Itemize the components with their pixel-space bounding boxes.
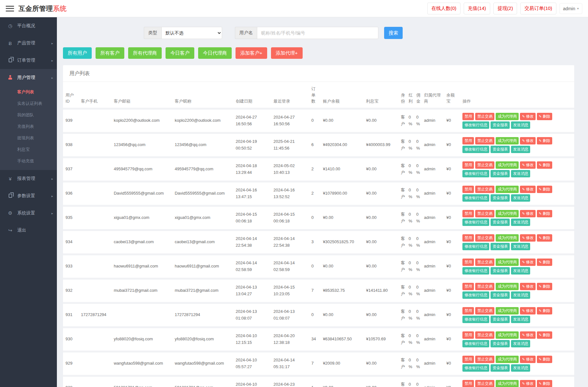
add-agent-button[interactable]: 添加代理+	[271, 47, 303, 59]
send-message-button[interactable]: 发送消息	[511, 316, 530, 323]
fund-report-button[interactable]: 资金报表	[491, 340, 510, 347]
send-message-button[interactable]: 发送消息	[511, 291, 530, 299]
disable-button[interactable]: 禁用	[462, 161, 474, 169]
edit-bank-button[interactable]: 修改银行信息	[462, 194, 489, 202]
fund-report-button[interactable]: 资金报表	[491, 291, 510, 299]
send-message-button[interactable]: 发送消息	[511, 194, 530, 202]
delete-button[interactable]: 删除	[537, 356, 552, 363]
today-customers-button[interactable]: 今日客户	[166, 47, 194, 59]
send-message-button[interactable]: 发送消息	[511, 170, 530, 177]
become-agent-button[interactable]: 成为代理商	[496, 307, 519, 314]
edit-button[interactable]: 修改	[520, 307, 535, 314]
ban-trade-button[interactable]: 禁止交易	[475, 137, 494, 144]
sidebar-item-logout[interactable]: ↪ 退出	[0, 222, 57, 239]
menu-toggle-icon[interactable]	[6, 6, 14, 12]
fund-report-button[interactable]: 资金报表	[491, 170, 510, 177]
sidebar-subitem-interest[interactable]: 利息宝	[0, 144, 57, 155]
edit-bank-button[interactable]: 修改银行信息	[462, 267, 489, 275]
edit-bank-button[interactable]: 修改银行信息	[462, 316, 489, 323]
delete-button[interactable]: 删除	[537, 113, 552, 120]
edit-bank-button[interactable]: 修改银行信息	[462, 146, 489, 153]
edit-button[interactable]: 修改	[520, 137, 535, 144]
user-menu[interactable]: admin ▾	[560, 3, 582, 14]
delete-button[interactable]: 删除	[537, 259, 552, 266]
sidebar-item-order[interactable]: 订单管理 ▸	[0, 52, 57, 69]
edit-button[interactable]: 修改	[520, 331, 535, 339]
sidebar-item-overview[interactable]: ◷ 平台概况	[0, 17, 57, 35]
disable-button[interactable]: 禁用	[462, 210, 474, 217]
become-agent-button[interactable]: 成为代理商	[496, 356, 519, 363]
sidebar-item-system[interactable]: ⚙ 系统设置 ▸	[0, 205, 57, 222]
fund-report-button[interactable]: 资金报表	[491, 316, 510, 323]
sidebar-subitem-withdraw-list[interactable]: 提现列表	[0, 132, 57, 144]
edit-bank-button[interactable]: 修改银行信息	[462, 170, 489, 177]
become-agent-button[interactable]: 成为代理商	[496, 113, 519, 120]
become-agent-button[interactable]: 成为代理商	[496, 259, 519, 266]
edit-button[interactable]: 修改	[520, 234, 535, 242]
ban-trade-button[interactable]: 禁止交易	[475, 113, 494, 120]
ban-trade-button[interactable]: 禁止交易	[475, 210, 494, 217]
sidebar-subitem-realname-list[interactable]: 实名认证列表	[0, 98, 57, 109]
edit-button[interactable]: 修改	[520, 259, 535, 266]
become-agent-button[interactable]: 成为代理商	[496, 210, 519, 217]
disable-button[interactable]: 禁用	[462, 137, 474, 144]
edit-button[interactable]: 修改	[520, 113, 535, 120]
fund-report-button[interactable]: 资金报表	[491, 364, 510, 372]
fund-report-button[interactable]: 资金报表	[491, 267, 510, 275]
ban-trade-button[interactable]: 禁止交易	[475, 380, 494, 387]
sidebar-item-user-management[interactable]: 用户管理 ▸	[0, 69, 57, 86]
all-users-button[interactable]: 所有用户	[63, 47, 92, 59]
ban-trade-button[interactable]: 禁止交易	[475, 186, 494, 193]
become-agent-button[interactable]: 成为代理商	[496, 186, 519, 193]
edit-button[interactable]: 修改	[520, 356, 535, 363]
fund-report-button[interactable]: 资金报表	[491, 219, 510, 226]
disable-button[interactable]: 禁用	[462, 307, 474, 314]
today-agents-button[interactable]: 今日代理商	[198, 47, 232, 59]
edit-bank-button[interactable]: 修改银行信息	[462, 121, 489, 129]
edit-button[interactable]: 修改	[520, 186, 535, 193]
become-agent-button[interactable]: 成为代理商	[496, 283, 519, 290]
delete-button[interactable]: 删除	[537, 210, 552, 217]
send-message-button[interactable]: 发送消息	[511, 243, 530, 250]
become-agent-button[interactable]: 成为代理商	[496, 380, 519, 387]
sidebar-item-product[interactable]: Ƀ 产品管理 ▸	[0, 35, 57, 52]
search-button[interactable]: 搜索	[384, 27, 403, 39]
ban-trade-button[interactable]: 禁止交易	[475, 283, 494, 290]
send-message-button[interactable]: 发送消息	[511, 364, 530, 372]
ban-trade-button[interactable]: 禁止交易	[475, 331, 494, 339]
become-agent-button[interactable]: 成为代理商	[496, 234, 519, 242]
edit-button[interactable]: 修改	[520, 283, 535, 290]
disable-button[interactable]: 禁用	[462, 380, 474, 387]
disable-button[interactable]: 禁用	[462, 259, 474, 266]
edit-bank-button[interactable]: 修改银行信息	[462, 291, 489, 299]
delete-button[interactable]: 删除	[537, 186, 552, 193]
send-message-button[interactable]: 发送消息	[511, 121, 530, 129]
recharge-badge[interactable]: 充值(14)	[464, 3, 490, 14]
become-agent-button[interactable]: 成为代理商	[496, 137, 519, 144]
delete-button[interactable]: 删除	[537, 380, 552, 387]
disable-button[interactable]: 禁用	[462, 283, 474, 290]
edit-button[interactable]: 修改	[520, 380, 535, 387]
send-message-button[interactable]: 发送消息	[511, 219, 530, 226]
sidebar-item-params[interactable]: 参数设置 ▸	[0, 187, 57, 205]
disable-button[interactable]: 禁用	[462, 113, 474, 120]
trade-orders-badge[interactable]: 交易订单(10)	[520, 3, 556, 14]
fund-report-button[interactable]: 资金报表	[491, 121, 510, 129]
online-count-badge[interactable]: 在线人数(0)	[427, 3, 460, 14]
send-message-button[interactable]: 发送消息	[511, 267, 530, 275]
ban-trade-button[interactable]: 禁止交易	[475, 356, 494, 363]
edit-button[interactable]: 修改	[520, 210, 535, 217]
delete-button[interactable]: 删除	[537, 137, 552, 144]
delete-button[interactable]: 删除	[537, 234, 552, 242]
delete-button[interactable]: 删除	[537, 307, 552, 314]
withdraw-badge[interactable]: 提现(2)	[493, 3, 517, 14]
ban-trade-button[interactable]: 禁止交易	[475, 161, 494, 169]
edit-bank-button[interactable]: 修改银行信息	[462, 219, 489, 226]
send-message-button[interactable]: 发送消息	[511, 340, 530, 347]
type-select[interactable]: 默认不选	[161, 27, 222, 39]
delete-button[interactable]: 删除	[537, 331, 552, 339]
disable-button[interactable]: 禁用	[462, 331, 474, 339]
add-customer-button[interactable]: 添加客户+	[236, 47, 267, 59]
sidebar-subitem-my-team[interactable]: 我的团队	[0, 109, 57, 121]
edit-bank-button[interactable]: 修改银行信息	[462, 243, 489, 250]
